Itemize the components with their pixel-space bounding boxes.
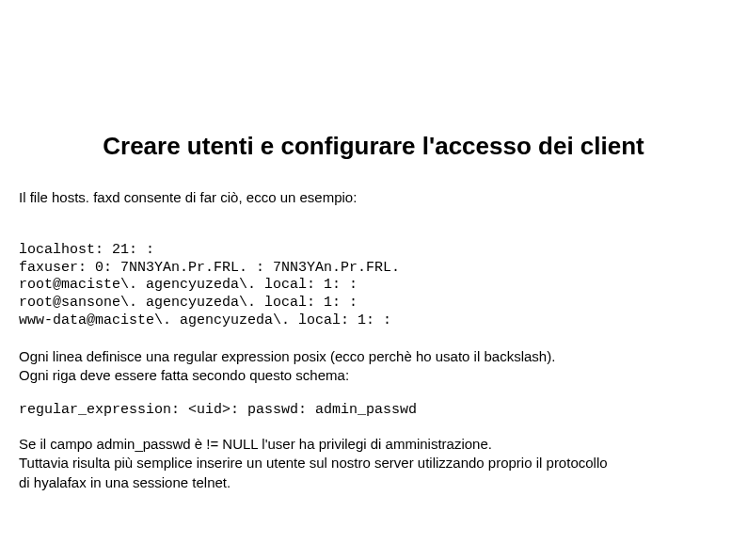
code-line: localhost: 21: : bbox=[19, 242, 154, 258]
intro-text: Il file hosts. faxd consente di far ciò,… bbox=[19, 189, 728, 205]
paragraph-1: Ogni linea definisce una regular express… bbox=[19, 347, 728, 386]
schema-line: regular_expression: <uid>: passwd: admin… bbox=[19, 402, 728, 418]
para-line: Tuttavia risulta più semplice inserire u… bbox=[19, 455, 608, 471]
code-line: root@maciste\. agencyuzeda\. local: 1: : bbox=[19, 277, 358, 293]
document-container: Creare utenti e configurare l'accesso de… bbox=[0, 0, 747, 492]
para-line: Ogni linea definisce una regular express… bbox=[19, 348, 555, 364]
code-line: root@sansone\. agencyuzeda\. local: 1: : bbox=[19, 295, 358, 311]
code-line: www-data@maciste\. agencyuzeda\. local: … bbox=[19, 312, 391, 328]
para-line: di hyalafax in una sessione telnet. bbox=[19, 474, 230, 490]
para-line: Ogni riga deve essere fatta secondo ques… bbox=[19, 367, 349, 383]
code-block: localhost: 21: : faxuser: 0: 7NN3YAn.Pr.… bbox=[19, 224, 728, 330]
para-line: Se il campo admin_passwd è != NULL l'use… bbox=[19, 436, 492, 452]
paragraph-2: Se il campo admin_passwd è != NULL l'use… bbox=[19, 435, 728, 492]
page-title: Creare utenti e configurare l'accesso de… bbox=[19, 132, 728, 161]
code-line: faxuser: 0: 7NN3YAn.Pr.FRL. : 7NN3YAn.Pr… bbox=[19, 260, 400, 276]
